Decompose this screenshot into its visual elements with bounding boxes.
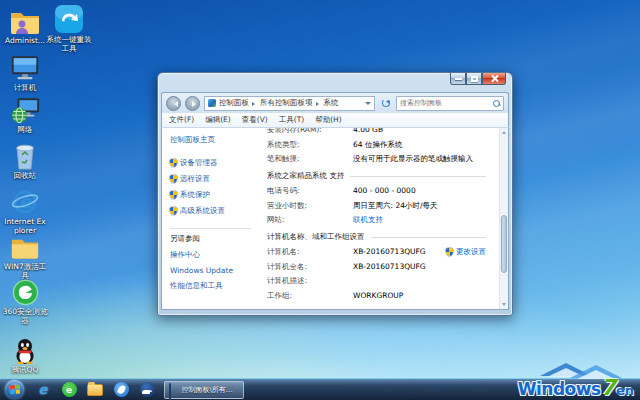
forward-button[interactable] bbox=[185, 96, 200, 111]
windows7en-watermark: Windows7en bbox=[484, 362, 634, 399]
search-input[interactable] bbox=[400, 99, 493, 107]
taskbar-item-explorer[interactable] bbox=[82, 379, 108, 400]
desktop-icon-administrator[interactable]: Administ... bbox=[2, 5, 48, 46]
desktop-icon-internet-explorer[interactable]: e Internet Explorer bbox=[2, 186, 48, 235]
icon-label: 腾讯QQ bbox=[2, 366, 48, 375]
sidebar-item-system-protection[interactable]: 系统保护 bbox=[170, 190, 257, 200]
watermark-text: Windows7en bbox=[484, 377, 634, 399]
folder-icon bbox=[2, 231, 48, 261]
row-label: 工作组: bbox=[267, 291, 353, 301]
row-value: WORKGROUP bbox=[353, 291, 403, 301]
desktop-icon-reinstall-tool[interactable]: 系统一键重装工具 bbox=[46, 4, 92, 53]
desktop-icon-network[interactable]: 网络 bbox=[2, 94, 48, 135]
row-value: 64 位操作系统 bbox=[353, 140, 402, 150]
sidebar-item-label: 远程设置 bbox=[180, 174, 210, 184]
desktop-icon-qq[interactable]: 腾讯QQ bbox=[2, 334, 48, 375]
roof-logo-icon bbox=[484, 362, 626, 377]
activation-section-header: Windows 激活 bbox=[267, 308, 486, 310]
menu-help[interactable]: 帮助(H) bbox=[315, 115, 342, 125]
taskbar-item-navy-app[interactable] bbox=[134, 379, 160, 400]
browser-360-icon bbox=[2, 276, 48, 306]
spec-row-system-type: 系统类型: 64 位操作系统 bbox=[267, 140, 486, 150]
sidebar-item-remote-settings[interactable]: 远程设置 bbox=[170, 174, 257, 184]
sidebar-item-action-center[interactable]: 操作中心 bbox=[170, 250, 251, 260]
folder-icon bbox=[87, 384, 103, 396]
menu-tools[interactable]: 工具(T) bbox=[279, 115, 304, 125]
back-icon bbox=[171, 101, 178, 107]
row-value: 400 - 000 - 0000 bbox=[353, 186, 416, 196]
uac-shield-icon bbox=[170, 175, 177, 183]
search-icon bbox=[493, 100, 500, 107]
back-button[interactable] bbox=[166, 96, 181, 111]
row-label: 网站: bbox=[267, 215, 353, 225]
taskbar-item-blue-app[interactable] bbox=[108, 379, 134, 400]
svg-text:e: e bbox=[19, 191, 33, 212]
breadcrumb-item-all-items[interactable]: 所有控制面板项 bbox=[260, 98, 313, 108]
window-body: 控制面板主页 设备管理器 远程设置 系统保护 高级系统设置 bbox=[161, 127, 509, 310]
minimize-button[interactable] bbox=[450, 73, 466, 85]
feather-app-icon bbox=[114, 382, 129, 397]
uac-shield-icon bbox=[170, 207, 177, 215]
online-support-link[interactable]: 联机支持 bbox=[353, 215, 383, 225]
desktop-icon-computer[interactable]: 计算机 bbox=[2, 52, 48, 93]
support-row-hours: 营业小时数: 周日至周六: 24小时/每天 bbox=[267, 201, 486, 211]
close-icon bbox=[490, 74, 499, 83]
forward-icon bbox=[192, 101, 199, 107]
navigation-bar: 控制面板 所有控制面板项 系统 bbox=[161, 92, 509, 113]
refresh-button[interactable] bbox=[379, 97, 392, 110]
scroll-down-button[interactable] bbox=[500, 300, 508, 309]
vertical-scrollbar[interactable] bbox=[499, 128, 508, 309]
cloud-app-icon bbox=[140, 382, 155, 397]
see-also-header: 另请参阅 bbox=[170, 228, 251, 244]
desktop-icon-recycle-bin[interactable]: 回收站 bbox=[2, 140, 48, 181]
desktop-icon-360-browser[interactable]: 360安全浏览器 bbox=[2, 276, 48, 325]
sidebar: 控制面板主页 设备管理器 远程设置 系统保护 高级系统设置 bbox=[162, 128, 257, 309]
icon-label: 计算机 bbox=[2, 84, 48, 93]
window-titlebar[interactable] bbox=[161, 73, 509, 92]
breadcrumb[interactable]: 控制面板 所有控制面板项 系统 bbox=[204, 96, 375, 111]
network-icon bbox=[2, 94, 48, 124]
start-button[interactable] bbox=[5, 380, 24, 399]
menu-edit[interactable]: 编辑(E) bbox=[205, 115, 231, 125]
breadcrumb-item-system[interactable]: 系统 bbox=[324, 98, 339, 108]
uac-shield-icon bbox=[170, 159, 177, 167]
taskbar-active-window-control-panel[interactable]: 控制面板\所有控制面板项 bbox=[164, 381, 244, 399]
chevron-down-icon[interactable] bbox=[365, 102, 371, 108]
sidebar-item-device-manager[interactable]: 设备管理器 bbox=[170, 158, 257, 168]
menu-bar: 文件(F) 编辑(E) 查看(V) 工具(T) 帮助(H) bbox=[161, 113, 509, 127]
computer-row-fullname: 计算机全名: XB-20160713QUFG bbox=[267, 262, 486, 272]
sidebar-item-windows-update[interactable]: Windows Update bbox=[170, 266, 251, 275]
menu-file[interactable]: 文件(F) bbox=[169, 115, 194, 125]
taskbar-item-360-browser[interactable]: e bbox=[56, 379, 82, 400]
breadcrumb-item-control-panel[interactable]: 控制面板 bbox=[219, 98, 249, 108]
row-label: 营业小时数: bbox=[267, 201, 353, 211]
scroll-up-button[interactable] bbox=[500, 128, 508, 137]
sidebar-item-performance-tools[interactable]: 性能信息和工具 bbox=[170, 281, 251, 291]
menu-view[interactable]: 查看(V) bbox=[242, 115, 268, 125]
icon-label: 网络 bbox=[2, 126, 48, 135]
see-also-section: 另请参阅 操作中心 Windows Update 性能信息和工具 bbox=[170, 228, 251, 297]
sidebar-item-label: 高级系统设置 bbox=[180, 206, 225, 216]
change-settings-link[interactable]: 更改设置 bbox=[446, 247, 486, 257]
desktop-icon-win7-activation-tool[interactable]: WIN7激活工具 bbox=[2, 231, 48, 280]
scrollbar-thumb[interactable] bbox=[501, 215, 507, 273]
row-label: 电话号码: bbox=[267, 186, 353, 196]
computer-icon bbox=[169, 384, 178, 395]
search-box[interactable] bbox=[396, 96, 504, 111]
chevron-right-icon bbox=[252, 102, 257, 106]
maximize-button[interactable] bbox=[466, 73, 482, 85]
icon-label: 回收站 bbox=[2, 172, 48, 181]
refresh-icon bbox=[382, 99, 390, 107]
scroll-up-icon bbox=[502, 129, 506, 134]
sidebar-item-control-panel-home[interactable]: 控制面板主页 bbox=[170, 135, 257, 145]
sidebar-item-advanced-system-settings[interactable]: 高级系统设置 bbox=[170, 206, 257, 216]
computer-name-section-header: 计算机名称、域和工作组设置 bbox=[267, 232, 486, 242]
close-button[interactable] bbox=[482, 73, 506, 85]
taskbar-item-internet-explorer[interactable]: e bbox=[30, 379, 56, 400]
sidebar-item-label: 设备管理器 bbox=[180, 158, 218, 168]
sidebar-item-label: 系统保护 bbox=[180, 190, 210, 200]
system-info-panel: 安装内存(RAM): 4.00 GB 系统类型: 64 位操作系统 笔和触摸: … bbox=[257, 128, 508, 309]
internet-explorer-icon: e bbox=[39, 383, 48, 396]
user-folder-icon bbox=[2, 5, 48, 35]
computer-icon bbox=[2, 52, 48, 82]
